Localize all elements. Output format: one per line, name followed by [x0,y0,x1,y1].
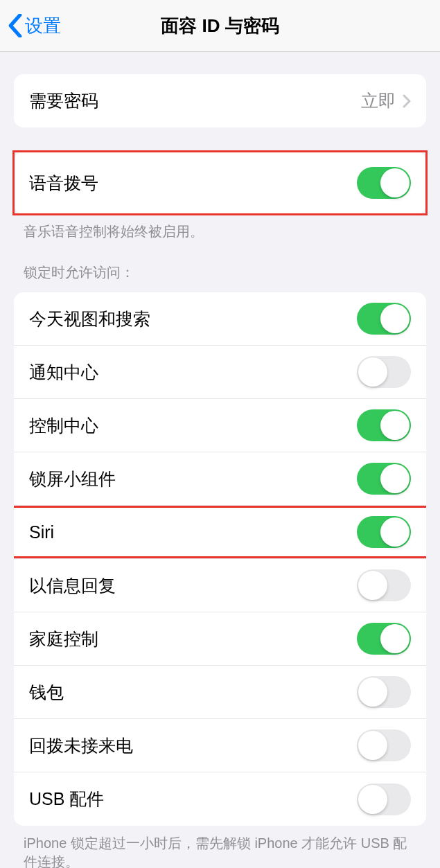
lock-access-switch[interactable] [357,516,411,548]
lock-access-label: 控制中心 [29,414,357,437]
lock-access-switch[interactable] [357,623,411,655]
require-passcode-row[interactable]: 需要密码 立即 [14,74,426,127]
lock-access-label: 钱包 [29,681,357,704]
lock-access-header: 锁定时允许访问： [0,263,440,287]
lock-access-label: 回拨未接来电 [29,734,357,757]
chevron-left-icon [7,14,24,37]
lock-access-switch[interactable] [357,303,411,335]
chevron-right-icon [403,94,411,108]
page-title: 面容 ID 与密码 [161,14,279,38]
lock-access-switch[interactable] [357,676,411,708]
navigation-bar: 设置 面容 ID 与密码 [0,0,440,52]
lock-access-row: 家庭控制 [14,612,426,666]
lock-access-row: Siri [14,506,426,559]
lock-access-switch[interactable] [357,463,411,495]
lock-access-footer: iPhone 锁定超过一小时后，需先解锁 iPhone 才能允许 USB 配件连… [0,826,440,868]
lock-access-switch[interactable] [357,783,411,815]
lock-access-label: 今天视图和搜索 [29,308,357,330]
voice-dial-group: 语音拨号 [14,152,426,214]
back-button[interactable]: 设置 [7,14,61,38]
lock-access-row: 以信息回复 [14,559,426,612]
voice-dial-switch[interactable] [357,167,411,199]
lock-access-row: USB 配件 [14,772,426,826]
lock-access-group: 今天视图和搜索通知中心控制中心锁屏小组件Siri以信息回复家庭控制钱包回拨未接来… [14,292,426,826]
lock-access-label: 以信息回复 [29,574,357,597]
lock-access-row: 回拨未接来电 [14,719,426,772]
require-passcode-value: 立即 [361,89,396,112]
lock-access-switch[interactable] [357,729,411,761]
settings-content: 需要密码 立即 语音拨号 音乐语音控制将始终被启用。 锁定时允许访问： 今天视图… [0,74,440,868]
lock-access-row: 控制中心 [14,399,426,452]
voice-dial-footer: 音乐语音控制将始终被启用。 [0,214,440,241]
lock-access-row: 钱包 [14,666,426,719]
voice-dial-group-wrapper: 语音拨号 [14,152,426,214]
lock-access-label: 通知中心 [29,361,357,384]
lock-access-label: 锁屏小组件 [29,468,357,490]
lock-access-row: 通知中心 [14,346,426,399]
lock-access-switch[interactable] [357,409,411,441]
lock-access-row: 今天视图和搜索 [14,292,426,346]
back-label: 设置 [25,14,61,38]
lock-access-label: USB 配件 [29,788,357,811]
lock-access-row: 锁屏小组件 [14,452,426,506]
voice-dial-label: 语音拨号 [29,172,357,195]
lock-access-label: Siri [29,522,357,542]
lock-access-switch[interactable] [357,569,411,601]
lock-access-switch[interactable] [357,356,411,388]
require-passcode-group: 需要密码 立即 [14,74,426,127]
require-passcode-label: 需要密码 [29,89,361,112]
voice-dial-row: 语音拨号 [14,152,426,214]
lock-access-label: 家庭控制 [29,628,357,650]
